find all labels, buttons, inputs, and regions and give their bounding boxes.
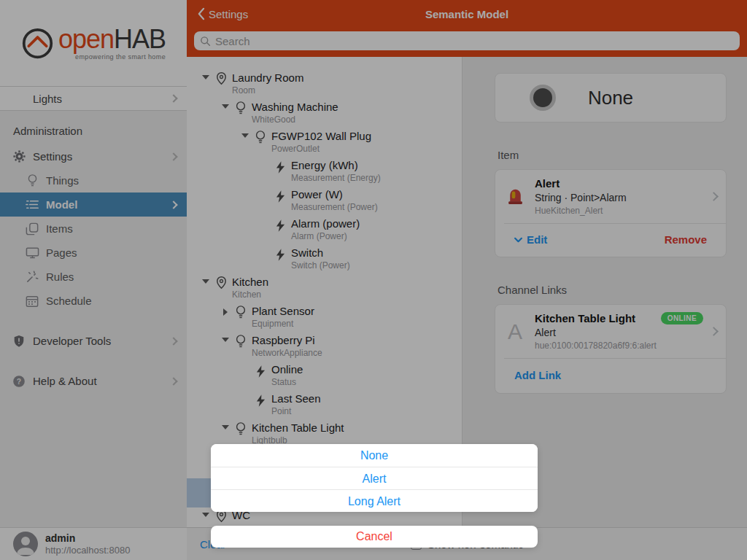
cancel-button[interactable]: Cancel bbox=[211, 526, 538, 548]
action-sheet-option[interactable]: None bbox=[211, 444, 538, 467]
action-sheet-options: None Alert Long Alert bbox=[211, 444, 538, 512]
action-sheet-option[interactable]: Long Alert bbox=[211, 489, 538, 512]
action-sheet-option[interactable]: Alert bbox=[211, 467, 538, 489]
